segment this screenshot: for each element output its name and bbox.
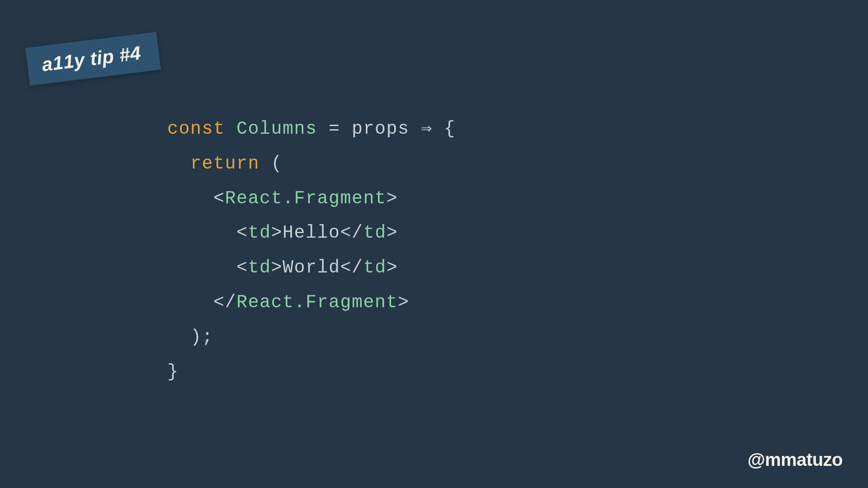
author-handle-text: @mmatuzo (747, 450, 843, 469)
code-token: td (248, 223, 271, 243)
code-token: ( (259, 154, 283, 174)
code-token: > (387, 258, 398, 278)
code-token: </ (340, 258, 363, 278)
code-token: td (363, 223, 387, 243)
code-token: Columns (236, 119, 317, 139)
code-token: Hello (283, 223, 340, 243)
code-line: const Columns = props ⇒ { (167, 112, 456, 147)
code-token (167, 188, 213, 209)
code-token: const (167, 119, 225, 139)
code-token: React.Fragment (236, 292, 398, 313)
code-token: </ (340, 223, 363, 243)
code-line: return ( (167, 147, 456, 182)
code-token: { (433, 119, 456, 139)
code-token: React.Fragment (225, 188, 387, 209)
code-token: World (283, 258, 340, 278)
code-token (410, 119, 421, 139)
code-token (225, 119, 237, 139)
code-line: } (167, 355, 456, 390)
code-line: </React.Fragment> (167, 286, 456, 320)
code-token: props (352, 119, 410, 139)
code-token: </ (213, 292, 236, 313)
code-token: > (271, 223, 283, 243)
code-token: > (387, 188, 398, 209)
code-token: > (398, 292, 410, 313)
code-token: = (317, 119, 352, 139)
code-line: <React.Fragment> (167, 182, 456, 216)
slide-badge-text: a11y tip #4 (41, 42, 142, 75)
code-token: } (167, 362, 179, 382)
code-token: ⇒ (421, 119, 433, 139)
code-token: < (236, 258, 248, 278)
code-token (167, 258, 236, 278)
code-token (167, 223, 236, 243)
code-token: td (248, 258, 271, 278)
author-handle: @mmatuzo (747, 450, 843, 470)
code-token: > (271, 258, 283, 278)
code-token: < (236, 223, 248, 243)
code-line: <td>Hello</td> (167, 216, 456, 251)
code-token (167, 154, 190, 174)
code-line: ); (167, 320, 456, 355)
slide-badge: a11y tip #4 (25, 32, 161, 86)
code-block: const Columns = props ⇒ { return ( <Reac… (167, 112, 456, 389)
code-token: td (363, 258, 387, 278)
code-token: ); (167, 327, 213, 347)
code-token (167, 292, 213, 313)
code-token: < (213, 188, 225, 209)
code-token: return (190, 154, 259, 174)
code-line: <td>World</td> (167, 251, 456, 286)
code-token: > (387, 223, 398, 243)
